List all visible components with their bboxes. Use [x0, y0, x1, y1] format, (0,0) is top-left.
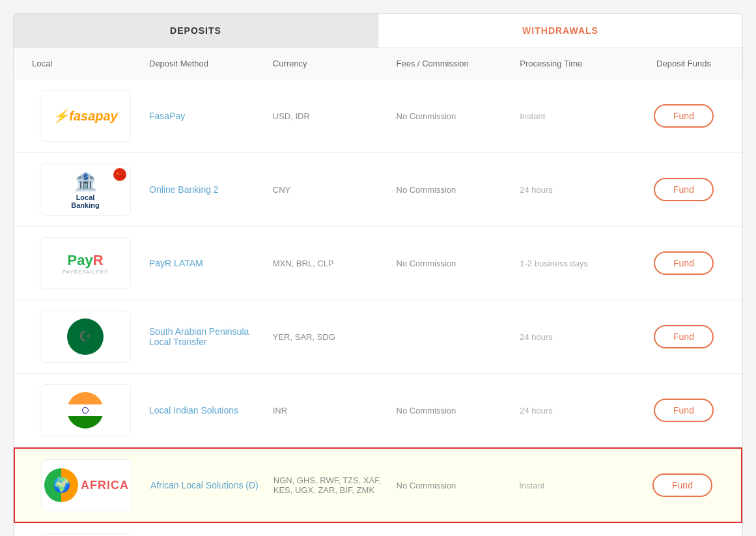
- header-currency: Currency: [268, 56, 391, 71]
- method-local-indian: Local Indian Solutions: [144, 402, 268, 418]
- table-row: 🏦 Local Banking 🇨🇳 Online Banking 2 CNY …: [14, 153, 742, 227]
- table-row-highlighted: 🌍 AFRICA African Local Solutions (D) NGN…: [14, 447, 742, 523]
- logo-payr: PayR PAYRETAILERS: [27, 234, 144, 292]
- china-flag-icon: 🇨🇳: [113, 168, 126, 181]
- fasapay-logo-text: ⚡fasapay: [53, 108, 118, 124]
- africa-logo-text: 🌍 AFRICA: [44, 468, 129, 502]
- saudi-flag-icon: ☪: [67, 318, 104, 355]
- currency-payr: MXN, BRL, CLP: [268, 256, 391, 271]
- fund-local-indian: Fund: [638, 396, 729, 425]
- fees-fasapay: No Commission: [391, 109, 515, 124]
- table-row: Local Indian Solutions INR No Commission…: [14, 374, 742, 447]
- fees-african: No Commission: [391, 478, 514, 493]
- processing-local-indian: 24 hours: [514, 403, 638, 418]
- fees-local-indian: No Commission: [391, 403, 515, 418]
- processing-payr: 1-2 business days: [514, 256, 638, 271]
- fund-button-local-banking[interactable]: Fund: [654, 178, 714, 201]
- logo-fasapay: ⚡fasapay: [27, 87, 144, 145]
- tabs: DEPOSITS WITHDRAWALS: [14, 14, 742, 48]
- india-flag-icon: [67, 392, 104, 429]
- processing-local-banking: 24 hours: [514, 182, 638, 197]
- currency-local-banking: CNY: [268, 182, 391, 197]
- currency-african: NGN, GHS, RWF, TZS, XAF, KES, UGX, ZAR, …: [268, 473, 391, 498]
- table-row: ☪ South Arabian Peninsula Local Transfer…: [14, 300, 742, 374]
- logo-vietnamese: ⭐: [27, 531, 144, 536]
- logo-african: 🌍 AFRICA: [28, 457, 145, 514]
- currency-fasapay: USD, IDR: [268, 109, 391, 124]
- fund-south-arabian: Fund: [638, 322, 729, 351]
- fund-payr: Fund: [638, 249, 729, 277]
- fund-local-banking: Fund: [638, 175, 729, 204]
- fund-button-fasapay[interactable]: Fund: [654, 104, 714, 128]
- fund-button-african[interactable]: Fund: [652, 473, 712, 497]
- tab-deposits[interactable]: DEPOSITS: [14, 14, 378, 48]
- payr-logo-text: PayR PAYRETAILERS: [63, 252, 109, 275]
- fees-local-banking: No Commission: [391, 182, 515, 197]
- fees-south-arabian: [391, 334, 515, 339]
- method-local-banking: Online Banking 2: [144, 182, 268, 197]
- header-deposit-method: Deposit Method: [144, 56, 268, 71]
- table-row: ⚡fasapay FasaPay USD, IDR No Commission …: [14, 79, 742, 153]
- processing-south-arabian: 24 hours: [514, 330, 638, 345]
- local-banking-logo-text: 🏦 Local Banking: [71, 171, 99, 209]
- fund-button-local-indian[interactable]: Fund: [654, 399, 714, 422]
- processing-african: Instant: [514, 478, 637, 493]
- header-processing: Processing Time: [514, 56, 638, 71]
- processing-fasapay: Instant: [514, 109, 638, 124]
- fund-african: Fund: [637, 471, 728, 500]
- header-deposit-funds: Deposit Funds: [638, 56, 729, 71]
- method-south-arabian: South Arabian Peninsula Local Transfer: [144, 324, 268, 350]
- fund-fasapay: Fund: [638, 102, 729, 130]
- method-payr: PayR LATAM: [144, 255, 268, 271]
- currency-south-arabian: YER, SAR, SDG: [268, 330, 391, 345]
- header-fees: Fees / Commission: [391, 56, 515, 71]
- logo-south-arabian: ☪: [27, 308, 144, 365]
- currency-local-indian: INR: [268, 403, 391, 418]
- table-header: Local Deposit Method Currency Fees / Com…: [14, 48, 742, 79]
- method-fasapay: FasaPay: [144, 108, 268, 124]
- fund-button-payr[interactable]: Fund: [654, 251, 714, 275]
- logo-local-indian: [27, 382, 144, 439]
- table-row: PayR PAYRETAILERS PayR LATAM MXN, BRL, C…: [14, 227, 742, 300]
- logo-local-banking: 🏦 Local Banking 🇨🇳: [27, 161, 144, 218]
- header-local: Local: [27, 56, 144, 71]
- tab-withdrawals[interactable]: WITHDRAWALS: [378, 14, 742, 48]
- fund-button-south-arabian[interactable]: Fund: [654, 325, 714, 348]
- main-container: DEPOSITS WITHDRAWALS Local Deposit Metho…: [13, 13, 743, 536]
- fees-payr: No Commission: [391, 256, 515, 271]
- table-row: ⭐ Vietnamese Bank Transfer VND No Commis…: [14, 523, 742, 536]
- method-african: African Local Solutions (D): [145, 477, 268, 493]
